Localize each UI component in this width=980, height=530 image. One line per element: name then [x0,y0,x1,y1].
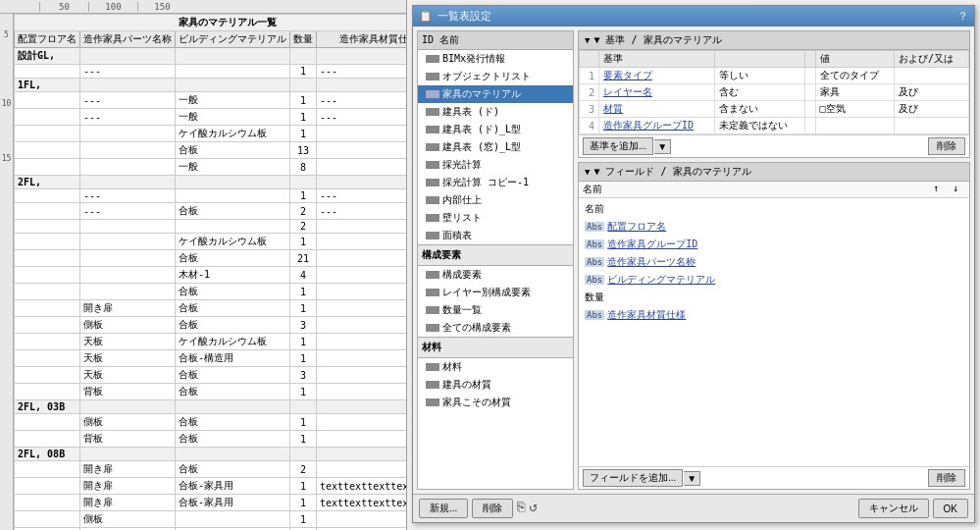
cond-row-num: 4 [580,118,599,134]
cond-header-basis: 基準 [599,51,715,68]
field-item[interactable]: 名前 [581,200,967,218]
dialog-footer: 新規... 削除 ⎘ ↺ キャンセル OK [413,494,974,522]
table-cell: 側板 [80,414,176,431]
sidebar-item[interactable]: レイヤー別構成要素 [418,284,573,301]
field-item[interactable]: Absビルディングマテリアル [581,271,967,289]
table-cell: ケイ酸カルシウム板 [176,126,290,142]
table-cell: 1 [290,126,317,142]
dialog-title: 一覧表設定 [438,9,491,24]
sidebar-item[interactable]: 壁リスト [418,209,573,227]
sidebar-item-icon [426,324,439,332]
table-cell [317,79,407,92]
cond-val [815,118,895,134]
row-ruler: 5 10 15 [0,14,14,530]
table-cell [290,79,317,92]
cond-field: 要素タイプ [599,68,715,84]
sidebar-item-label: 全ての構成要素 [442,321,511,335]
add-field-arrow-button[interactable]: ▼ [684,471,700,486]
field-item[interactable]: Abs造作家具材質仕様 [581,306,967,324]
fields-footer: フィールドを追加... ▼ 削除 [579,466,969,489]
table-row: 2 [15,220,407,234]
new-button[interactable]: 新規... [419,499,468,518]
table-cell [317,448,407,461]
table-row: 合板13 [15,142,407,159]
field-item[interactable]: Abs造作家具グループID [581,236,967,253]
table-cell: 13 [290,142,317,159]
table-row: ---一般1--- [15,92,407,109]
field-item[interactable]: 数量 [581,289,967,306]
field-name: 数量 [585,291,604,304]
sidebar-item[interactable]: 全ての構成要素 [418,319,573,337]
field-item[interactable]: Abs造作家具パーツ名称 [581,253,967,271]
condition-row: 2レイヤー名含む家具及び [580,84,969,101]
table-cell: --- [80,109,176,126]
table-cell: 1 [290,300,317,317]
sidebar-item[interactable]: 家具のマテリアル [418,85,573,103]
sidebar-item[interactable]: 建具の材質 [418,376,573,394]
add-basis-button[interactable]: 基準を追加... [583,137,653,155]
sidebar-item[interactable]: 建具表 (ド)_L型 [418,121,573,138]
dialog-help-button[interactable]: ？ [957,9,968,24]
sidebar-item[interactable]: オブジェクトリスト [418,68,573,85]
add-field-button[interactable]: フィールドを追加... [583,469,683,487]
spreadsheet-content[interactable]: 家具のマテリアル一覧 配置フロア名 造作家具パーツ名称 ビルディングマテリアル … [14,14,406,530]
copy-icon[interactable]: ⎘ [517,499,525,518]
sidebar-section-header: 材料 [418,337,573,358]
sidebar-item[interactable]: 材料 [418,358,573,376]
table-cell [15,220,80,234]
sidebar-item[interactable]: 家具こその材質 [418,394,573,411]
table-cell [15,367,80,384]
sidebar-item[interactable]: 面積表 [418,227,573,244]
refresh-icon[interactable]: ↺ [529,499,537,518]
table-cell: 天板 [80,334,176,350]
sidebar-item[interactable]: 採光計算 [418,156,573,174]
sidebar-item-label: 建具表 (ド)_L型 [442,123,521,136]
table-cell: 合板 [176,367,290,384]
table-cell: --- [80,189,176,203]
table-cell [317,126,407,142]
dialog-sidebar: ID 名前 BIMx発行情報オブジェクトリスト家具のマテリアル建具表 (ド)建具… [417,30,574,490]
field-item[interactable]: Abs配置フロア名 [581,218,967,236]
col-header-floor: 配置フロア名 [15,31,80,48]
delete-basis-button[interactable]: 削除 [928,137,965,155]
table-cell: 開き扉 [80,478,176,495]
ok-button[interactable]: OK [933,499,968,518]
sidebar-item[interactable]: 構成要素 [418,266,573,284]
table-cell [15,495,80,511]
table-cell: 一般 [176,159,290,176]
table-cell [15,142,80,159]
sidebar-item[interactable]: 数量一覧 [418,301,573,319]
cond-header-val: 値 [815,51,895,68]
add-basis-arrow-button[interactable]: ▼ [654,139,671,154]
sidebar-item-icon [426,271,439,279]
table-cell [176,448,290,461]
table-cell [317,367,407,384]
table-cell: --- [317,109,407,126]
col-header-spec: 造作家具材質仕様 [317,31,407,48]
sidebar-item[interactable]: 内部仕上 [418,191,573,209]
table-cell: 開き扉 [80,495,176,511]
table-cell [80,176,176,189]
sidebar-item[interactable]: 建具表 (ド) [418,103,573,121]
table-cell: 2 [290,461,317,478]
sidebar-item-label: 構成要素 [442,268,482,282]
table-cell: --- [317,92,407,109]
table-cell [15,267,80,284]
sidebar-item[interactable]: 建具表 (窓)_L型 [418,138,573,156]
sidebar-item-icon [426,232,439,239]
table-row: 1FL, [15,79,407,92]
sidebar-item-icon [426,306,439,314]
table-cell [15,203,80,220]
sidebar-item-icon [426,214,439,222]
cancel-button[interactable]: キャンセル [858,499,929,518]
delete-button[interactable]: 削除 [472,499,513,518]
table-cell [290,400,317,414]
sidebar-item[interactable]: BIMx発行情報 [418,50,573,68]
delete-field-button[interactable]: 削除 [928,469,965,487]
sidebar-item-label: BIMx発行情報 [442,52,505,66]
field-name: ビルディングマテリアル [607,273,715,287]
table-cell: 木材-1 [176,267,290,284]
table-cell [80,448,176,461]
sidebar-item[interactable]: 採光計算 コピー-1 [418,174,573,191]
table-row: 合板1 [15,284,407,300]
